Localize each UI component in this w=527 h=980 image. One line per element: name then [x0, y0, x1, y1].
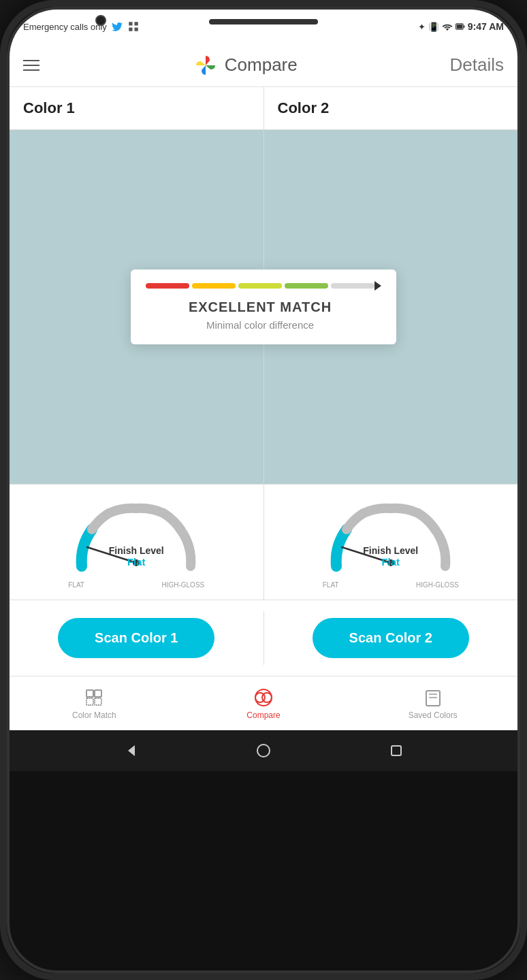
status-left: Emergency calls only — [23, 20, 140, 33]
svg-rect-5 — [463, 25, 464, 28]
finish-panel-2: Finish Level Flat FLAT HIGH-GLOSS — [264, 485, 518, 600]
gauge-seg-4 — [285, 283, 328, 289]
finish-row: Finish Level Flat FLAT HIGH-GLOSS — [10, 484, 517, 600]
match-subtitle: Minimal color difference — [144, 319, 376, 331]
match-card: EXCELLENT MATCH Minimal color difference — [131, 270, 396, 344]
svg-point-17 — [262, 693, 272, 702]
svg-rect-23 — [392, 746, 401, 755]
svg-point-15 — [255, 689, 272, 706]
vibrate-icon: 📳 — [428, 22, 439, 32]
col1-header: Color 1 — [10, 87, 264, 129]
scan-panel-2: Scan Color 2 — [264, 611, 518, 665]
column-headers: Color 1 Color 2 — [10, 87, 517, 130]
wifi-icon — [442, 22, 453, 31]
gauge-seg-5 — [331, 283, 374, 289]
gauge-seg-1 — [146, 283, 189, 289]
nav-color-match[interactable]: Color Match — [10, 676, 179, 730]
recents-icon — [388, 742, 404, 759]
saved-colors-icon — [423, 687, 443, 708]
back-icon — [123, 742, 139, 759]
back-button[interactable] — [121, 741, 140, 760]
app-title: Compare — [225, 54, 298, 76]
finish-panel-1: Finish Level Flat FLAT HIGH-GLOSS — [10, 485, 264, 600]
flat-label-1: FLAT — [68, 581, 84, 589]
home-button[interactable] — [254, 741, 273, 760]
color-match-icon — [84, 687, 104, 708]
bottom-nav: Color Match Compare Saved Colors — [10, 676, 517, 730]
svg-rect-2 — [129, 28, 132, 31]
finish-level-label-1: Finish Level — [109, 545, 164, 556]
finish-value-1: Flat — [109, 556, 164, 568]
svg-point-22 — [257, 745, 270, 757]
gauge-bar — [144, 283, 376, 289]
app-header: Compare Details — [10, 44, 517, 87]
svg-rect-0 — [129, 22, 132, 25]
menu-button[interactable] — [23, 60, 39, 71]
finish-level-label-2: Finish Level — [363, 545, 418, 556]
gauge-seg-2 — [192, 283, 236, 289]
nav-saved-colors[interactable]: Saved Colors — [348, 676, 517, 730]
saved-colors-label: Saved Colors — [409, 710, 458, 720]
svg-rect-18 — [426, 691, 440, 706]
svg-rect-13 — [86, 698, 93, 705]
gauge-indicator — [374, 281, 381, 291]
finish-value-2: Flat — [363, 556, 418, 568]
svg-rect-3 — [134, 28, 138, 31]
recents-button[interactable] — [387, 741, 406, 760]
flat-label-2: FLAT — [323, 581, 339, 589]
svg-rect-11 — [86, 690, 93, 697]
home-icon — [255, 742, 272, 759]
time-display: 9:47 AM — [468, 21, 504, 32]
col2-header: Color 2 — [264, 87, 518, 129]
gauge-seg-3 — [238, 283, 282, 289]
svg-rect-14 — [95, 698, 101, 705]
svg-marker-21 — [128, 745, 135, 756]
battery-icon — [456, 22, 465, 31]
nav-compare[interactable]: Compare — [179, 676, 349, 730]
gauge-labels-1: FLAT HIGH-GLOSS — [68, 581, 204, 589]
color-match-label: Color Match — [72, 710, 116, 720]
compare-label: Compare — [246, 710, 280, 720]
android-nav — [10, 730, 517, 771]
grid-icon — [127, 20, 140, 33]
scan-panel-1: Scan Color 1 — [10, 611, 264, 665]
scan-color-2-button[interactable]: Scan Color 2 — [313, 618, 469, 658]
color-display: EXCELLENT MATCH Minimal color difference — [10, 130, 517, 484]
scan-color-1-button[interactable]: Scan Color 1 — [58, 618, 214, 658]
details-button[interactable]: Details — [450, 54, 504, 76]
status-bar: Emergency calls only ✦ 📳 9:47 AM — [10, 10, 517, 44]
scan-row: Scan Color 1 Scan Color 2 — [10, 600, 517, 676]
svg-rect-6 — [457, 24, 462, 29]
status-right: ✦ 📳 9:47 AM — [418, 21, 504, 32]
app-logo: Compare — [192, 52, 298, 79]
svg-rect-1 — [134, 22, 138, 25]
compare-icon — [253, 687, 274, 708]
gauge-labels-2: FLAT HIGH-GLOSS — [323, 581, 459, 589]
emergency-text: Emergency calls only — [23, 22, 107, 32]
svg-rect-12 — [95, 690, 101, 697]
highgloss-label-2: HIGH-GLOSS — [416, 581, 459, 589]
logo-icon — [192, 52, 219, 79]
match-title: EXCELLENT MATCH — [144, 299, 376, 315]
twitter-icon — [111, 20, 123, 33]
bluetooth-icon: ✦ — [418, 22, 426, 32]
highgloss-label-1: HIGH-GLOSS — [161, 581, 204, 589]
